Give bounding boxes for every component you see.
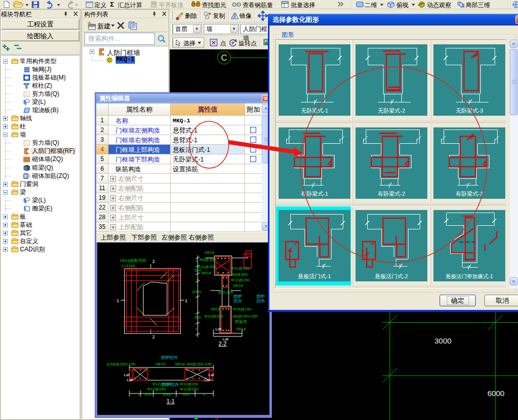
svg-text:层标高: 层标高 [235, 320, 247, 324]
svg-text:300: 300 [194, 315, 201, 320]
svg-text:Φ12@150: Φ12@150 [180, 387, 199, 391]
svg-text:有卧梁式-2: 有卧梁式-2 [378, 191, 405, 197]
svg-text:3Φ16: 3Φ16 [236, 327, 246, 331]
svg-text:300: 300 [226, 290, 233, 295]
svg-text:2-2: 2-2 [219, 340, 227, 347]
svg-text:3Φ16: 3Φ16 [175, 362, 185, 366]
svg-text:h: h [203, 392, 205, 397]
svg-text:3Φ16: 3Φ16 [233, 283, 243, 288]
svg-text:2: 2 [152, 259, 155, 264]
svg-text:L=1100: L=1100 [122, 264, 135, 268]
svg-text:防护区外: 防护区外 [161, 355, 178, 360]
svg-text:Laf: Laf [124, 373, 130, 377]
svg-text:300: 300 [218, 290, 225, 295]
svg-text:有卧梁式-1: 有卧梁式-1 [301, 191, 329, 197]
svg-text:Φ8@300: Φ8@300 [199, 257, 216, 262]
svg-text:Φ12@150: Φ12@150 [197, 265, 216, 269]
svg-text:3Φ16: 3Φ16 [210, 307, 221, 311]
svg-text:0: 0 [197, 277, 199, 282]
svg-text:6000: 6000 [487, 389, 504, 398]
svg-text:h: h [196, 327, 198, 331]
svg-text:防护: 防护 [234, 294, 242, 299]
svg-text:Laf: Laf [127, 378, 133, 382]
svg-text:Φ16@150: Φ16@150 [233, 307, 252, 311]
svg-text:无卧梁式-2: 无卧梁式-2 [378, 108, 405, 114]
svg-text:Φ12@150: Φ12@150 [204, 314, 223, 319]
svg-text:600: 600 [183, 392, 190, 397]
svg-text:悬板活门式-1: 悬板活门式-1 [297, 273, 331, 279]
svg-text:2000: 2000 [192, 290, 201, 294]
svg-text:Φ12@150: Φ12@150 [147, 387, 166, 391]
svg-text:Φ12@150: Φ12@150 [231, 278, 250, 282]
svg-text:1: 1 [117, 298, 119, 303]
svg-text:2: 2 [152, 334, 155, 339]
svg-text:h: h [138, 392, 140, 397]
svg-text:区内: 区内 [257, 299, 265, 303]
svg-text:Φ12@150: Φ12@150 [231, 266, 250, 271]
svg-text:防护: 防护 [257, 294, 265, 299]
svg-text:1: 1 [185, 298, 187, 303]
svg-text:2Φ16四角均同: 2Φ16四角均同 [120, 258, 146, 263]
svg-text:3Φ16: 3Φ16 [155, 362, 166, 366]
svg-text:Φ12@150: Φ12@150 [180, 382, 199, 386]
svg-text:1-1: 1-1 [167, 398, 175, 404]
svg-text:Laf: Laf [215, 327, 222, 331]
svg-text:3000: 3000 [434, 336, 451, 345]
svg-text:防护区内: 防护区内 [162, 382, 179, 387]
svg-text:3Φ16: 3Φ16 [204, 250, 214, 255]
svg-text:C: C [221, 54, 227, 62]
svg-text:悬板活门式-2: 悬板活门式-2 [374, 273, 408, 279]
svg-text:悬板活门带加腋式-1: 悬板活门带加腋式-1 [445, 273, 493, 279]
svg-text:无卧梁式-1: 无卧梁式-1 [301, 108, 329, 114]
svg-text:无卧梁式-3: 无卧梁式-3 [455, 108, 483, 114]
svg-text:A6@150+150: A6@150+150 [233, 314, 258, 319]
svg-text:Laf: Laf [208, 373, 214, 377]
svg-text:4Φ16: 4Φ16 [201, 271, 211, 275]
svg-text:A8@300: A8@300 [232, 272, 248, 277]
svg-text:有卧梁式-3: 有卧梁式-3 [455, 191, 483, 197]
svg-text:区外: 区外 [234, 299, 242, 303]
svg-text:Q'A6@150+150: Q'A6@150+150 [106, 362, 136, 366]
svg-text:600: 600 [145, 392, 152, 397]
svg-text:A6@150+150: A6@150+150 [187, 362, 212, 366]
svg-text:h: h [196, 259, 198, 264]
svg-text:1000: 1000 [162, 392, 172, 397]
svg-text:Laf: Laf [204, 378, 210, 382]
